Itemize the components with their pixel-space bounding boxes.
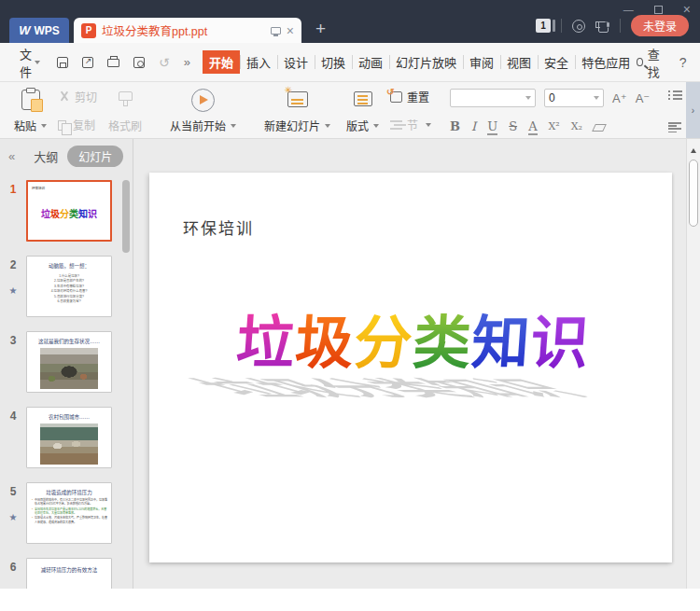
subscript-button[interactable]: X₂ bbox=[571, 121, 582, 132]
paste-button[interactable]: 粘贴 bbox=[9, 87, 51, 134]
bullet-list-icon[interactable] bbox=[668, 90, 682, 101]
sidebar-scrollbar-thumb[interactable] bbox=[122, 180, 130, 253]
font-name-combo[interactable] bbox=[450, 89, 536, 107]
present-mode-icon[interactable] bbox=[271, 27, 281, 35]
slide-thumb-row-5: 5★垃圾造成的环境压力中国目前的城市中，有三分之二处于垃圾包围之中，垃圾堆存占地… bbox=[0, 482, 133, 544]
layout-button[interactable]: 版式 bbox=[342, 87, 384, 134]
menu-tab-幻灯片放映[interactable]: 幻灯片放映 bbox=[389, 50, 463, 74]
paste-caret-icon bbox=[41, 124, 47, 128]
increase-font-button[interactable]: A⁺ bbox=[612, 92, 627, 104]
integral-icon[interactable] bbox=[572, 20, 585, 33]
menu-tab-切换[interactable]: 切换 bbox=[315, 50, 352, 74]
thumb-title: 这就是我们的生存状况…… bbox=[27, 338, 111, 345]
underline-button[interactable]: U bbox=[487, 120, 497, 132]
scroll-up-icon[interactable] bbox=[691, 148, 696, 153]
decrease-font-button[interactable]: A⁻ bbox=[636, 92, 651, 104]
new-slide-icon bbox=[287, 91, 308, 107]
thumb-wordart-char: 垃 bbox=[41, 209, 50, 219]
superscript-button[interactable]: X² bbox=[549, 121, 560, 132]
wps-home-button[interactable]: W WPS bbox=[9, 18, 69, 43]
play-label: 从当前开始 bbox=[170, 118, 226, 133]
scrollbar-thumb[interactable] bbox=[689, 160, 698, 227]
menu-tab-特色应用[interactable]: 特色应用 bbox=[575, 50, 637, 74]
thumb-title: 减轻环境压力的有效方法 bbox=[27, 566, 111, 574]
slide-thumbnail-6[interactable]: 减轻环境压力的有效方法 bbox=[26, 558, 112, 589]
slide-thumbnail-3[interactable]: 这就是我们的生存状况…… bbox=[26, 331, 112, 393]
export-icon[interactable] bbox=[82, 57, 93, 68]
menu-tab-视图[interactable]: 视图 bbox=[500, 50, 538, 74]
menu-tab-审阅[interactable]: 审阅 bbox=[463, 50, 500, 74]
play-caret-icon bbox=[231, 124, 236, 128]
help-icon[interactable]: ? bbox=[679, 55, 687, 70]
reset-section-group: 重置 节 bbox=[390, 87, 431, 134]
print-preview-icon[interactable] bbox=[133, 57, 145, 68]
slide-thumb-meta: 5★ bbox=[0, 482, 26, 544]
document-tab-title: 垃圾分类教育ppt.ppt bbox=[102, 21, 265, 39]
thumb-subtitle: 环保培训 bbox=[32, 186, 45, 190]
thumb-wordart-char: 知 bbox=[78, 209, 88, 219]
slide-number: 1 bbox=[10, 183, 17, 196]
menu-tab-安全[interactable]: 安全 bbox=[538, 50, 575, 74]
slide-thumbnail-1[interactable]: 环保培训垃圾分类知识 bbox=[26, 180, 112, 242]
play-from-current-button[interactable]: 从当前开始 bbox=[165, 87, 241, 134]
slide-thumbnail-5[interactable]: 垃圾造成的环境压力中国目前的城市中，有三分之二处于垃圾包围之中，垃圾堆存占地累计… bbox=[26, 482, 112, 544]
skin-theme-icon[interactable] bbox=[595, 21, 609, 32]
save-icon[interactable] bbox=[57, 57, 68, 68]
thumb-title: 动脑筋，想一想： bbox=[27, 262, 111, 270]
slide-thumb-row-2: 2★动脑筋，想一想：1.什么是垃圾?2.垃圾是怎样产生的?3.生活中有哪些垃圾?… bbox=[0, 256, 133, 317]
wordart-char: 知 bbox=[469, 296, 533, 380]
new-tab-button[interactable]: + bbox=[315, 19, 326, 39]
section-icon bbox=[390, 120, 402, 122]
window-count-badge[interactable]: 1 bbox=[536, 19, 551, 33]
login-button[interactable]: 未登录 bbox=[631, 15, 689, 36]
strikethrough-button[interactable]: S bbox=[509, 120, 517, 132]
slide-thumbnail-4[interactable]: 农村包围城市…… bbox=[26, 407, 112, 468]
ribbon-expand-strip[interactable]: › bbox=[686, 82, 700, 138]
slide-thumb-row-4: 4农村包围城市…… bbox=[0, 407, 133, 468]
cut-button: 剪切 bbox=[58, 89, 97, 104]
play-icon bbox=[191, 89, 215, 112]
tab-close-icon[interactable]: × bbox=[287, 24, 294, 37]
file-menu[interactable]: 文件 bbox=[20, 45, 32, 80]
slide-editing-surface[interactable]: 环保培训 垃圾分类知识垃圾分类知识 bbox=[149, 173, 672, 562]
minimize-button[interactable]: — bbox=[623, 4, 634, 15]
thumb-paragraphs: 中国目前的城市中，有三分之二处于垃圾包围之中，垃圾堆存占地累计约5亿平方米，折合… bbox=[27, 496, 111, 524]
find-label: 查找 bbox=[648, 45, 664, 80]
clear-format-icon[interactable] bbox=[592, 124, 607, 132]
menu-tab-开始[interactable]: 开始 bbox=[203, 50, 240, 74]
collapse-panel-icon[interactable]: « bbox=[8, 149, 15, 163]
menu-tab-插入[interactable]: 插入 bbox=[240, 50, 277, 74]
file-menu-caret-icon[interactable] bbox=[35, 61, 40, 64]
slide-thumbnail-2[interactable]: 动脑筋，想一想：1.什么是垃圾?2.垃圾是怎样产生的?3.生活中有哪些垃圾?4.… bbox=[26, 256, 112, 317]
font-size-combo[interactable]: 0 bbox=[544, 89, 604, 107]
copy-button: 复制 bbox=[58, 117, 97, 132]
thumb-text-lines: 1.什么是垃圾?2.垃圾是怎样产生的?3.生活中有哪些垃圾?4.垃圾对环境有什么… bbox=[27, 274, 111, 305]
format-painter-label: 格式刷 bbox=[108, 118, 142, 133]
print-icon[interactable] bbox=[107, 59, 119, 67]
search-icon bbox=[637, 58, 643, 66]
italic-button[interactable]: I bbox=[471, 120, 476, 132]
slide-subtitle-text[interactable]: 环保培训 bbox=[183, 215, 254, 239]
tab-slides[interactable]: 幻灯片 bbox=[67, 146, 123, 167]
menu-tab-动画[interactable]: 动画 bbox=[352, 50, 389, 74]
maximize-button[interactable] bbox=[654, 6, 663, 14]
vertical-scrollbar[interactable] bbox=[686, 139, 700, 589]
slide-number: 2 bbox=[10, 258, 17, 271]
layout-caret-icon bbox=[373, 124, 379, 128]
wordart-text[interactable]: 垃圾分类知识 bbox=[185, 296, 640, 380]
slide-thumb-meta: 4 bbox=[0, 407, 26, 468]
new-slide-button[interactable]: 新建幻灯片 bbox=[259, 87, 335, 134]
thumb-wordart-char: 分 bbox=[60, 209, 69, 219]
menu-tab-设计[interactable]: 设计 bbox=[277, 50, 315, 74]
align-left-icon[interactable] bbox=[668, 122, 681, 132]
thumb-wordart-char: 类 bbox=[69, 209, 78, 219]
slide-thumb-row-1: 1环保培训垃圾分类知识 bbox=[0, 180, 133, 242]
reset-button[interactable]: 重置 bbox=[390, 89, 431, 104]
format-painter-icon bbox=[118, 91, 133, 104]
tab-outline[interactable]: 大纲 bbox=[34, 147, 58, 165]
find-button[interactable]: 查找 bbox=[637, 45, 664, 80]
more-commands-icon[interactable]: » bbox=[184, 55, 190, 69]
font-color-button[interactable]: A bbox=[528, 120, 537, 132]
bold-button[interactable]: B bbox=[450, 120, 460, 132]
document-tab[interactable]: P 垃圾分类教育ppt.ppt × bbox=[74, 18, 301, 43]
